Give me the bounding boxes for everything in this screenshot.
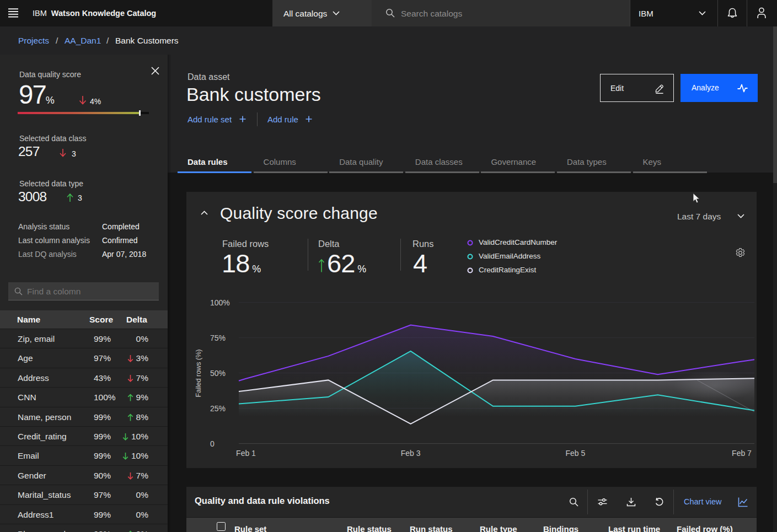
svg-text:Feb 3: Feb 3 <box>401 449 421 458</box>
svg-text:Feb 7: Feb 7 <box>732 449 752 458</box>
svg-text:0: 0 <box>210 439 215 448</box>
svg-text:100%: 100% <box>210 298 230 307</box>
svg-text:Feb 5: Feb 5 <box>565 449 585 458</box>
svg-text:Failed rows (%): Failed rows (%) <box>195 350 202 397</box>
svg-text:Feb 1: Feb 1 <box>236 449 256 458</box>
svg-text:50%: 50% <box>210 369 226 378</box>
svg-text:75%: 75% <box>210 334 226 342</box>
svg-text:25%: 25% <box>210 404 226 413</box>
